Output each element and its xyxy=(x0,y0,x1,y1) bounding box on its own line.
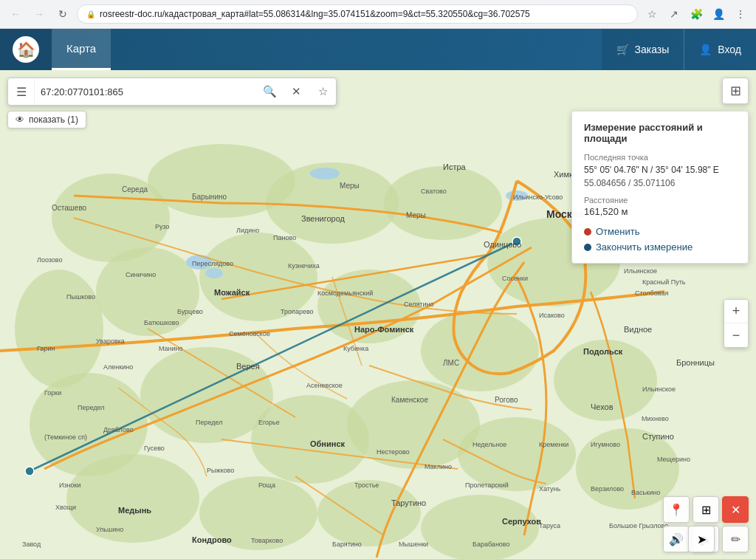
show-results-button[interactable]: 👁 показать (1) xyxy=(7,111,86,128)
svg-text:Тростье: Тростье xyxy=(354,481,379,489)
browser-actions: ☆ ↗ 🧩 👤 ⋮ xyxy=(642,4,750,24)
grid-button[interactable]: ⊞ xyxy=(693,496,719,523)
stop-button[interactable]: ✕ xyxy=(722,496,749,523)
volume-button[interactable]: 🔊 xyxy=(663,526,690,552)
svg-text:Уваровка: Уваровка xyxy=(96,337,125,345)
svg-text:Меры: Меры xyxy=(406,211,426,219)
svg-text:Сосенки: Сосенки xyxy=(502,275,528,282)
reload-button[interactable]: ↻ xyxy=(53,4,72,24)
svg-text:Маклино: Маклино xyxy=(425,463,452,470)
svg-text:Синичино: Синичино xyxy=(126,271,156,278)
map-tab[interactable]: Карта xyxy=(52,29,111,70)
map-container[interactable]: Москва Истра Химки Мытищи Звенигород Оди… xyxy=(0,70,756,559)
svg-text:Исаково: Исаково xyxy=(539,312,565,319)
svg-text:Мещерино: Мещерино xyxy=(657,456,690,463)
svg-text:Мышенки: Мышенки xyxy=(399,541,428,548)
svg-text:Серпухов: Серпухов xyxy=(502,517,541,526)
svg-text:Барабаново: Барабаново xyxy=(472,541,510,548)
svg-text:Столбовая: Столбовая xyxy=(635,289,668,297)
search-bar: ☰ 🔍 ✕ ☆ xyxy=(7,78,337,106)
svg-text:Кондрово: Кондрово xyxy=(192,535,232,544)
coords-dms: 55° 05' 04.76" N / 35° 04' 15.98" E xyxy=(584,165,736,175)
distance-value: 161,520 м xyxy=(584,206,736,217)
bookmark-star-button[interactable]: ☆ xyxy=(642,4,662,24)
svg-text:Васькино: Васькино xyxy=(631,489,660,496)
svg-point-23 xyxy=(205,268,223,278)
svg-text:Михнево: Михнево xyxy=(642,415,669,422)
menu-button[interactable]: ⋮ xyxy=(731,4,750,24)
favorite-button[interactable]: ☆ xyxy=(309,78,336,105)
svg-text:Большое Грызлово: Большое Грызлово xyxy=(609,522,668,529)
home-logo-icon: 🏠 xyxy=(13,36,39,63)
svg-text:Кузнечиха: Кузнечиха xyxy=(288,262,320,270)
svg-text:Асеневское: Асеневское xyxy=(306,382,343,389)
svg-text:Горки: Горки xyxy=(44,389,61,397)
svg-text:Хатунь: Хатунь xyxy=(539,485,561,493)
finish-dot-icon xyxy=(584,244,591,251)
svg-text:Егорье: Егорье xyxy=(258,419,280,426)
svg-text:Ульшино: Ульшино xyxy=(96,526,123,533)
svg-text:Бронницы: Бронницы xyxy=(676,358,715,367)
svg-text:Пышково: Пышково xyxy=(66,293,95,301)
browser-toolbar: ← → ↻ 🔒 rosreestr-doc.ru/кадастровая_кар… xyxy=(0,0,756,28)
svg-text:Ильинское: Ильинское xyxy=(624,267,657,275)
svg-text:(Темкиное сп): (Темкиное сп) xyxy=(44,433,87,441)
cancel-measurement-button[interactable]: Отменить xyxy=(584,226,736,237)
browser-chrome: ← → ↻ 🔒 rosreestr-doc.ru/кадастровая_кар… xyxy=(0,0,756,29)
forward-button[interactable]: → xyxy=(30,4,49,24)
svg-text:Ильинско-Усово: Ильинско-Усово xyxy=(513,193,563,201)
svg-text:Аленкино: Аленкино xyxy=(103,363,133,371)
extensions-button[interactable]: 🧩 xyxy=(687,4,706,24)
location-icon: 📍 xyxy=(669,503,684,517)
svg-text:Переслядово: Переслядово xyxy=(192,260,233,267)
pencil-button[interactable]: ✏ xyxy=(722,526,749,552)
hamburger-menu-button[interactable]: ☰ xyxy=(8,78,35,105)
svg-text:Рыжково: Рыжково xyxy=(207,467,234,474)
svg-text:Подольск: Подольск xyxy=(583,347,623,356)
svg-text:Рогово: Рогово xyxy=(495,396,518,404)
login-button[interactable]: 👤 Вход xyxy=(684,29,756,70)
svg-text:Селятино: Селятино xyxy=(404,301,433,308)
svg-text:Медынь: Медынь xyxy=(118,506,151,515)
svg-text:Кубинка: Кубинка xyxy=(343,345,368,352)
svg-text:Гарин: Гарин xyxy=(37,345,55,352)
lock-icon: 🔒 xyxy=(86,10,95,18)
url-bar[interactable]: 🔒 rosreestr-doc.ru/кадастровая_карта#lat… xyxy=(77,4,638,24)
orders-button[interactable]: 🛒 Заказы xyxy=(602,29,685,70)
logo-area: 🏠 xyxy=(0,29,52,70)
zoom-controls: + − xyxy=(724,299,749,348)
share-button[interactable]: ↗ xyxy=(664,4,684,24)
url-text: rosreestr-doc.ru/кадастровая_карта#lat=5… xyxy=(100,9,628,19)
svg-text:Манино: Манино xyxy=(159,345,183,352)
svg-text:Передел: Передел xyxy=(78,404,105,411)
svg-text:Игумново: Игумново xyxy=(591,441,620,448)
svg-point-27 xyxy=(25,467,34,476)
svg-text:Нестерово: Нестерово xyxy=(377,448,410,456)
compass-button[interactable]: ➤ xyxy=(688,526,715,552)
header-right: 🛒 Заказы 👤 Вход xyxy=(602,29,756,70)
svg-text:Гусево: Гусево xyxy=(144,445,165,452)
svg-text:Рузо: Рузо xyxy=(155,223,170,230)
svg-text:Можайск: Можайск xyxy=(214,288,250,297)
profile-button[interactable]: 👤 xyxy=(709,4,728,24)
location-button[interactable]: 📍 xyxy=(663,496,690,523)
back-button[interactable]: ← xyxy=(6,4,25,24)
finish-measurement-button[interactable]: Закончить измерение xyxy=(584,241,736,253)
svg-text:Пролетарский: Пролетарский xyxy=(465,481,509,489)
distance-label: Расстояние xyxy=(584,196,736,205)
clear-search-button[interactable]: ✕ xyxy=(283,78,309,105)
svg-text:Бурцево: Бурцево xyxy=(177,308,203,315)
zoom-in-button[interactable]: + xyxy=(724,300,748,323)
volume-icon: 🔊 xyxy=(669,532,684,546)
zoom-out-button[interactable]: − xyxy=(724,323,748,347)
svg-text:Товарково: Товарково xyxy=(251,537,283,544)
search-button[interactable]: 🔍 xyxy=(256,78,283,105)
svg-text:Таруса: Таруса xyxy=(539,522,560,529)
layers-button[interactable]: ⊞ xyxy=(722,78,749,104)
svg-point-24 xyxy=(310,168,340,179)
svg-text:Осташево: Осташево xyxy=(52,204,87,212)
svg-point-10 xyxy=(421,310,539,391)
search-input[interactable] xyxy=(35,78,256,105)
svg-text:Семёновское: Семёновское xyxy=(229,330,270,337)
svg-text:Чехов: Чехов xyxy=(591,402,614,411)
